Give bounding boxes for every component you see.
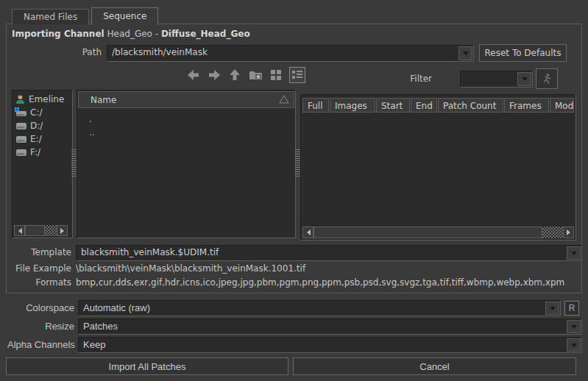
os-drive-icon <box>15 107 27 118</box>
back-arrow-icon <box>187 68 200 82</box>
template-label: Template <box>7 247 71 257</box>
sort-ascending-icon <box>279 95 289 104</box>
triangle-right-icon <box>567 229 573 235</box>
resize-combobox[interactable]: Patches <box>78 318 582 335</box>
scrollbar-thumb[interactable] <box>25 225 45 236</box>
sequence-details-panel: Full Images Start End Patch Count Frames… <box>300 94 576 241</box>
place-label: F:/ <box>30 147 40 157</box>
drive-icon <box>15 134 27 144</box>
user-icon <box>15 94 26 104</box>
place-label: D:/ <box>30 121 43 131</box>
filter-value <box>465 71 516 87</box>
place-item-d-drive[interactable]: D:/ <box>13 119 72 132</box>
importing-channel-header: Importing Channel Head_Geo - Diffuse_Hea… <box>12 29 250 39</box>
new-folder-icon <box>249 69 263 81</box>
place-item-e-drive[interactable]: E:/ <box>13 132 72 146</box>
scroll-left-button[interactable] <box>14 225 25 236</box>
triangle-right-icon <box>60 228 67 234</box>
place-item-home[interactable]: Emeline <box>13 93 72 106</box>
grid-view-icon <box>270 69 282 81</box>
colorspace-combobox[interactable]: Automatic (raw) <box>78 300 561 316</box>
triangle-left-icon <box>304 229 311 235</box>
colorspace-dropdown-button[interactable] <box>545 302 559 315</box>
scroll-right-button[interactable] <box>57 225 68 236</box>
reset-to-defaults-button[interactable]: Reset To Defaults <box>479 44 567 62</box>
colorspace-label: Colorspace <box>7 302 74 313</box>
drive-icon <box>15 147 27 157</box>
filter-dropdown-button[interactable] <box>517 72 531 86</box>
place-label: C:/ <box>30 107 42 118</box>
formats-value: bmp,cur,dds,exr,gif,hdr,icns,ico,jpeg,jp… <box>76 277 564 288</box>
filter-label: Filter <box>388 74 432 84</box>
details-header-row: Full Images Start End Patch Count Frames… <box>302 98 574 113</box>
scrollbar-track[interactable] <box>45 225 57 236</box>
details-horizontal-scrollbar <box>302 227 574 238</box>
up-directory-button[interactable] <box>227 68 242 82</box>
reset-to-defaults-label: Reset To Defaults <box>485 48 562 58</box>
path-label: Path <box>29 47 102 57</box>
cancel-button[interactable]: Cancel <box>293 357 576 375</box>
template-value: blacksmith_veinMask.$UDIM.tif <box>81 246 565 260</box>
alpha-channels-value: Keep <box>83 338 565 352</box>
scroll-left-button[interactable] <box>302 227 314 238</box>
alpha-channels-combobox[interactable]: Keep <box>78 337 582 353</box>
template-dropdown-button[interactable] <box>567 246 581 260</box>
splitter-grip-icon <box>71 149 77 177</box>
path-value: /blacksmith/veinMask <box>112 46 457 61</box>
apply-filter-button[interactable] <box>536 68 558 89</box>
place-item-c-drive[interactable]: C:/ <box>13 106 72 119</box>
name-column-header[interactable]: Name <box>78 91 294 108</box>
details-view-button[interactable] <box>289 67 305 83</box>
new-folder-button[interactable] <box>248 68 263 82</box>
place-item-f-drive[interactable]: F:/ <box>13 146 72 159</box>
tab-sequence[interactable]: Sequence <box>91 7 158 25</box>
alpha-channels-label: Alpha Channels <box>7 339 74 350</box>
file-list-item[interactable]: .. <box>77 126 295 139</box>
places-files-splitter[interactable] <box>71 90 77 237</box>
back-button[interactable] <box>186 68 201 82</box>
place-label: E:/ <box>30 134 42 144</box>
channel-name: Diffuse_Head_Geo <box>161 29 250 39</box>
column-header-full[interactable]: Full <box>302 98 329 113</box>
tab-named-files[interactable]: Named Files <box>12 9 89 24</box>
import-all-patches-button[interactable]: Import All Patches <box>6 357 288 375</box>
places-horizontal-scrollbar <box>14 225 71 236</box>
column-header-patch-count[interactable]: Patch Count <box>438 98 503 113</box>
colorspace-value: Automatic (raw) <box>83 301 544 316</box>
column-header-images[interactable]: Images <box>330 98 375 113</box>
cancel-label: Cancel <box>419 361 449 372</box>
colorspace-reset-button[interactable]: R <box>564 301 579 316</box>
formats-label: Formats <box>7 277 71 288</box>
import-channel-dialog: Named Files Sequence Importing Channel H… <box>0 0 588 381</box>
column-header-modified[interactable]: Modified <box>550 98 574 113</box>
file-navigation-toolbar <box>186 67 305 83</box>
place-label: Emeline <box>29 94 64 104</box>
places-panel: Emeline C:/ D:/ <box>12 90 73 238</box>
resize-dropdown-button[interactable] <box>567 320 581 333</box>
file-example-value: \blacksmith\veinMask\blacksmith_veinMask… <box>76 263 305 274</box>
chevron-down-icon <box>571 252 577 258</box>
column-header-start[interactable]: Start <box>376 98 410 113</box>
path-combobox[interactable]: /blacksmith/veinMask <box>107 45 474 62</box>
template-combobox[interactable]: blacksmith_veinMask.$UDIM.tif <box>76 245 582 261</box>
colorspace-reset-label: R <box>569 303 575 313</box>
resize-value: Patches <box>83 319 565 334</box>
path-dropdown-button[interactable] <box>458 46 472 60</box>
column-header-frames[interactable]: Frames <box>504 98 549 113</box>
scroll-right-button[interactable] <box>563 227 574 238</box>
scrollbar-thumb[interactable] <box>314 227 542 238</box>
tab-bar: Named Files Sequence <box>12 7 160 24</box>
up-arrow-icon <box>229 68 241 82</box>
scrollbar-track[interactable] <box>542 227 563 238</box>
forward-button[interactable] <box>207 68 222 82</box>
chevron-down-icon <box>522 77 528 84</box>
column-header-end[interactable]: End <box>411 98 437 113</box>
alpha-channels-dropdown-button[interactable] <box>567 338 581 352</box>
file-list-item[interactable]: . <box>77 113 295 126</box>
import-all-patches-label: Import All Patches <box>109 361 186 372</box>
grid-view-button[interactable] <box>269 68 283 82</box>
resize-label: Resize <box>7 321 74 332</box>
name-column-label: Name <box>91 95 116 105</box>
files-details-splitter[interactable] <box>294 90 300 237</box>
filter-combobox[interactable] <box>460 71 533 88</box>
